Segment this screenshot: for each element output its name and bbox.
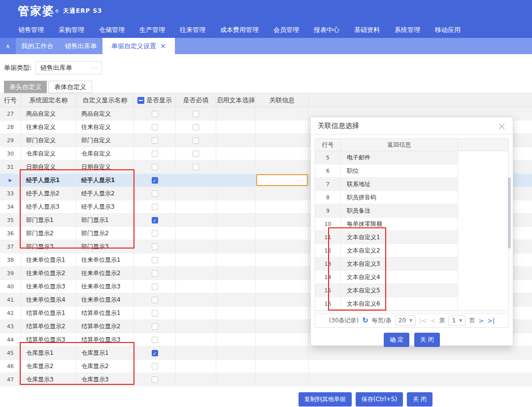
display-name-cell[interactable]: 往来单位显示4 xyxy=(76,293,134,307)
dialog-row[interactable]: 14文本自定义4 xyxy=(315,271,508,284)
dialog-return-info-cell[interactable]: 文本自定义1 xyxy=(341,231,458,244)
link-lookup-icon[interactable]: ··· xyxy=(298,177,304,184)
close-button[interactable]: 关 闭 xyxy=(407,392,432,407)
show-checkbox[interactable] xyxy=(152,337,158,343)
required-checkbox[interactable] xyxy=(193,124,199,130)
dialog-row[interactable]: 5电子邮件 xyxy=(315,151,508,164)
dialog-return-info-cell[interactable]: 文本自定义3 xyxy=(341,257,458,271)
page-tab[interactable]: 单据自定义设置× xyxy=(102,38,175,54)
dialog-return-info-cell[interactable]: 每单抹零限额 xyxy=(341,218,458,231)
dialog-close-icon[interactable]: × xyxy=(498,121,506,131)
display-name-cell[interactable]: 经手人显示1 xyxy=(76,174,134,187)
dialog-return-info-cell[interactable]: 文本自定义5 xyxy=(341,284,458,297)
dialog-row[interactable]: 13文本自定义3 xyxy=(315,257,508,271)
show-checkbox[interactable]: ✓ xyxy=(152,177,158,184)
tab-close-icon[interactable]: × xyxy=(160,38,166,54)
display-name-cell[interactable]: 部门自定义 xyxy=(76,134,134,147)
show-checkbox[interactable] xyxy=(152,244,158,250)
display-name-cell[interactable]: 结算单位显示3 xyxy=(76,333,134,346)
link-info-editor[interactable]: ··· xyxy=(256,174,308,186)
display-name-cell[interactable]: 经手人显示2 xyxy=(76,187,134,200)
show-checkbox[interactable]: ✓ xyxy=(152,217,158,223)
menu-item-1[interactable]: 销售管理 xyxy=(11,22,51,38)
display-name-cell[interactable]: 商品自定义 xyxy=(76,107,134,121)
menu-item-5[interactable]: 往来管理 xyxy=(172,22,213,38)
display-name-cell[interactable]: 经手人显示3 xyxy=(76,200,134,214)
display-name-cell[interactable]: 往来单位显示2 xyxy=(76,267,134,280)
dialog-row[interactable]: 15文本自定义5 xyxy=(315,284,508,297)
menu-item-3[interactable]: 仓储管理 xyxy=(92,22,132,38)
display-name-cell[interactable]: 往来单位显示3 xyxy=(76,280,134,293)
show-checkbox[interactable] xyxy=(152,164,158,170)
display-name-cell[interactable]: 仓库显示2 xyxy=(76,360,134,373)
dialog-return-info-cell[interactable]: 电子邮件 xyxy=(341,151,458,164)
menu-item-9[interactable]: 基础资料 xyxy=(347,22,387,38)
show-checkbox[interactable] xyxy=(152,283,158,290)
show-checkbox[interactable] xyxy=(152,124,158,130)
display-name-cell[interactable]: 结算单位显示1 xyxy=(76,307,134,320)
dialog-row[interactable]: 16文本自定义6 xyxy=(315,297,508,311)
collapse-menu-icon[interactable]: ∧ xyxy=(0,38,16,54)
show-checkbox[interactable] xyxy=(152,151,158,157)
show-checkbox[interactable] xyxy=(152,190,158,197)
next-page-button[interactable]: > xyxy=(478,317,484,324)
dialog-row[interactable]: 10每单抹零限额 xyxy=(315,218,508,231)
menu-item-11[interactable]: 移动应用 xyxy=(428,22,468,38)
menu-item-6[interactable]: 成本费用管理 xyxy=(213,22,266,38)
last-page-button[interactable]: >| xyxy=(487,317,495,324)
dialog-return-info-cell[interactable]: 文本自定义4 xyxy=(341,271,458,284)
menu-item-10[interactable]: 系统管理 xyxy=(387,22,428,38)
menu-item-2[interactable]: 采购管理 xyxy=(51,22,92,38)
dialog-ok-button[interactable]: 确 定 xyxy=(384,333,409,347)
dialog-return-info-cell[interactable]: 文本自定义6 xyxy=(341,297,458,311)
prev-page-button[interactable]: < xyxy=(431,317,436,324)
doc-type-lookup-icon[interactable]: ··· xyxy=(91,64,98,71)
subtab-active[interactable]: 表头自定义 xyxy=(4,81,47,93)
show-checkbox[interactable] xyxy=(152,270,158,277)
doc-type-input[interactable]: 销售出库单 ··· xyxy=(35,61,102,74)
dialog-return-info-cell[interactable]: 职员拼音码 xyxy=(341,191,458,204)
subtab-inactive[interactable]: 表体自定义 xyxy=(48,81,92,93)
per-page-select[interactable]: 20 ▼ xyxy=(395,315,416,326)
display-name-cell[interactable]: 部门显示3 xyxy=(76,240,134,253)
first-page-button[interactable]: |< xyxy=(419,317,427,324)
required-checkbox[interactable] xyxy=(193,137,199,144)
show-checkbox[interactable] xyxy=(152,111,158,117)
table-row[interactable]: 46仓库显示2仓库显示2 xyxy=(0,360,532,373)
required-checkbox[interactable] xyxy=(193,111,199,117)
show-checkbox[interactable] xyxy=(152,323,158,330)
dialog-row[interactable]: 8职员拼音码 xyxy=(315,191,508,204)
dialog-row[interactable]: 6职位 xyxy=(315,164,508,178)
display-name-cell[interactable]: 结算单位显示2 xyxy=(76,320,134,333)
dialog-close-button[interactable]: 关 闭 xyxy=(414,333,440,347)
page-tab[interactable]: 销售出库单 xyxy=(59,38,102,54)
page-tab[interactable]: 我的工作台 xyxy=(16,38,59,54)
display-name-cell[interactable]: 仓库自定义 xyxy=(76,147,134,160)
show-checkbox[interactable] xyxy=(152,376,158,383)
display-name-cell[interactable]: 部门显示1 xyxy=(76,214,134,227)
dialog-row[interactable]: 12文本自定义2 xyxy=(315,244,508,257)
dialog-scrollbar[interactable] xyxy=(508,177,511,249)
show-checkbox[interactable]: ✓ xyxy=(152,350,158,356)
menu-item-4[interactable]: 生产管理 xyxy=(132,22,172,38)
dialog-row[interactable]: 7联系地址 xyxy=(315,178,508,191)
page-select[interactable]: 1 ▼ xyxy=(448,315,466,326)
dialog-return-info-cell[interactable]: 联系地址 xyxy=(341,178,458,191)
dialog-return-info-cell[interactable]: 职位 xyxy=(341,164,458,178)
show-checkbox[interactable] xyxy=(152,137,158,144)
dialog-return-info-cell[interactable]: 文本自定义2 xyxy=(341,244,458,257)
required-checkbox[interactable] xyxy=(193,151,199,157)
required-checkbox[interactable] xyxy=(193,164,199,170)
display-name-cell[interactable]: 往来自定义 xyxy=(76,121,134,134)
dialog-row[interactable]: 9职员备注 xyxy=(315,204,508,218)
display-name-cell[interactable]: 日期自定义 xyxy=(76,160,134,174)
refresh-icon[interactable]: ↻ xyxy=(362,316,368,325)
dialog-row[interactable]: 11文本自定义1 xyxy=(315,231,508,244)
show-checkbox[interactable] xyxy=(152,257,158,263)
show-checkbox[interactable] xyxy=(152,230,158,237)
show-checkbox[interactable] xyxy=(152,363,158,370)
show-checkbox[interactable] xyxy=(152,310,158,316)
show-checkbox[interactable] xyxy=(152,297,158,303)
table-row[interactable]: 47仓库显示3仓库显示3 xyxy=(0,373,532,386)
table-row[interactable]: 45仓库显示1仓库显示1✓ xyxy=(0,346,532,360)
